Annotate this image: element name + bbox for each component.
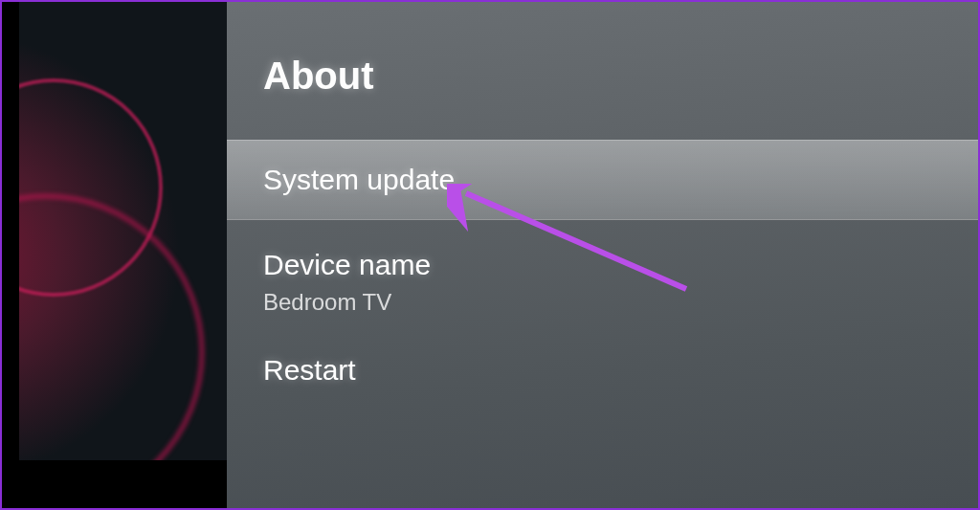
menu-label-system-update: System update (263, 164, 942, 196)
menu-value-device-name: Bedroom TV (263, 289, 942, 316)
settings-panel: About System update Device name Bedroom … (227, 2, 978, 508)
menu-item-restart[interactable]: Restart (227, 325, 978, 396)
screen-left-border (2, 2, 19, 508)
menu-item-device-name[interactable]: Device name Bedroom TV (227, 220, 978, 325)
menu-item-system-update[interactable]: System update (227, 140, 978, 220)
menu-label-restart: Restart (263, 354, 942, 387)
screen-bottom-border (2, 460, 227, 508)
background-art (2, 2, 227, 508)
screen: About System update Device name Bedroom … (2, 2, 978, 508)
page-title: About (227, 55, 978, 98)
menu-label-device-name: Device name (263, 249, 942, 281)
